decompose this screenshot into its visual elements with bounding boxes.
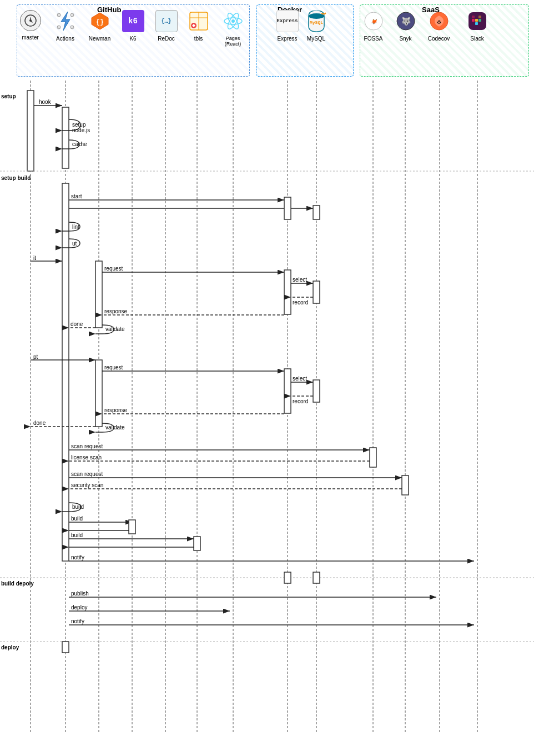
svg-rect-18	[62, 107, 69, 168]
svg-text:deploy: deploy	[71, 604, 87, 610]
svg-rect-95	[313, 572, 320, 583]
svg-text:notify: notify	[71, 618, 84, 624]
svg-text:setup: setup	[72, 122, 86, 128]
svg-rect-45	[313, 281, 320, 303]
svg-text:build: build	[72, 504, 84, 510]
svg-rect-132	[478, 19, 481, 22]
participant-actions: Actions	[50, 10, 80, 42]
svg-rect-56	[95, 360, 102, 427]
svg-rect-73	[370, 448, 376, 467]
participant-redoc: {…} ReDoc	[151, 10, 182, 42]
svg-text:hook: hook	[39, 99, 52, 105]
svg-point-110	[70, 26, 74, 29]
svg-text:response: response	[104, 308, 128, 314]
svg-point-108	[70, 13, 74, 17]
participant-snyk: 🐺 Snyk	[390, 10, 421, 42]
svg-text:build: build	[71, 532, 83, 538]
section-deploy: deploy	[1, 644, 19, 650]
svg-text:pt: pt	[33, 354, 38, 360]
svg-rect-62	[313, 380, 320, 402]
svg-point-109	[57, 26, 61, 29]
svg-text:record: record	[293, 299, 308, 306]
svg-point-105	[29, 19, 32, 22]
svg-text:lint: lint	[72, 224, 79, 230]
svg-text:scan request: scan request	[71, 443, 103, 449]
svg-rect-84	[129, 520, 135, 534]
participant-codecov: ♻ Codecov	[424, 10, 454, 42]
svg-text:cache: cache	[72, 141, 87, 147]
svg-text:build: build	[71, 515, 83, 522]
svg-rect-39	[95, 261, 102, 328]
participant-pages: Pages (React)	[218, 10, 248, 47]
svg-text:start: start	[71, 193, 82, 199]
svg-text:record: record	[293, 398, 308, 404]
svg-rect-131	[475, 19, 478, 22]
svg-point-120	[309, 13, 324, 19]
participant-master: master	[15, 10, 46, 41]
svg-rect-31	[284, 197, 291, 219]
svg-rect-88	[194, 537, 200, 550]
section-build-deploy: build depoly	[1, 580, 34, 587]
svg-text:node.js: node.js	[72, 127, 90, 133]
svg-text:♻: ♻	[437, 18, 441, 26]
svg-text:select: select	[293, 376, 307, 382]
svg-text:validate: validate	[105, 424, 125, 430]
participant-fossa: 🦊 FOSSA	[358, 10, 389, 42]
svg-text:it: it	[33, 255, 36, 261]
svg-text:validate: validate	[105, 326, 125, 332]
svg-rect-94	[284, 572, 291, 583]
participant-newman: {} Newman	[84, 10, 115, 42]
svg-text:notify: notify	[71, 554, 84, 560]
svg-rect-134	[478, 16, 481, 18]
svg-text:publish: publish	[71, 590, 89, 597]
svg-text:done: done	[33, 420, 46, 426]
participant-mysql: MySQL MySQL	[301, 10, 331, 42]
svg-marker-106	[61, 12, 70, 31]
svg-text:select: select	[293, 277, 307, 283]
svg-rect-103	[62, 642, 69, 653]
arrows-layer: hook setup node.js cache start lint ut	[0, 0, 534, 756]
svg-rect-130	[472, 16, 475, 18]
svg-rect-27	[62, 183, 69, 561]
participant-k6: k6 K6	[118, 10, 148, 42]
svg-rect-129	[472, 19, 475, 22]
svg-text:response: response	[104, 407, 128, 413]
svg-text:done: done	[70, 321, 83, 327]
svg-rect-32	[313, 206, 320, 219]
participant-tbls: tbls	[183, 10, 214, 42]
svg-text:scan request: scan request	[71, 471, 103, 477]
svg-text:license scan: license scan	[71, 454, 102, 460]
svg-text:MySQL: MySQL	[309, 20, 323, 25]
svg-point-107	[57, 13, 61, 17]
svg-text:{}: {}	[95, 18, 103, 26]
participant-express: Express Express	[272, 10, 303, 42]
diagram-container: GitHub Docker SaaS	[0, 0, 534, 756]
svg-rect-42	[284, 270, 291, 314]
svg-text:request: request	[104, 266, 123, 272]
participant-slack: Slack	[462, 10, 492, 42]
svg-text:ut: ut	[72, 241, 77, 247]
svg-rect-133	[475, 22, 478, 25]
svg-rect-17	[27, 91, 34, 171]
svg-point-116	[231, 19, 235, 23]
svg-text:🐺: 🐺	[401, 17, 411, 26]
section-setup-build: setup build	[1, 175, 31, 181]
svg-rect-78	[402, 475, 409, 495]
svg-rect-59	[284, 369, 291, 413]
section-setup: setup	[1, 93, 16, 99]
svg-text:security scan: security scan	[71, 482, 103, 488]
svg-text:request: request	[104, 364, 123, 371]
